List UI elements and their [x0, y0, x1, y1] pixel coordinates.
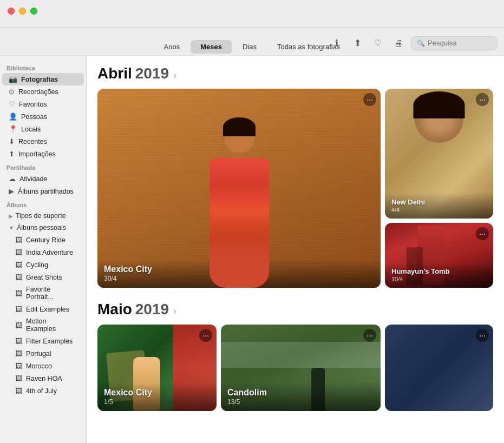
sidebar-item-edit-examples[interactable]: 🖼 Edit Examples	[2, 303, 84, 315]
chevron-right-icon: ▶	[9, 213, 13, 219]
sidebar-item-4th-of-july[interactable]: 🖼 4th of July	[2, 385, 84, 397]
recent-icon: ⬇	[9, 137, 15, 146]
sidebar-item-cycling[interactable]: 🖼 Cycling	[2, 259, 84, 271]
search-input[interactable]	[428, 39, 492, 47]
photo-overlay-candolim: Candolim 13/5	[221, 382, 381, 411]
sidebar-item-label: Recentes	[18, 138, 47, 146]
activity-icon: ☁	[9, 175, 16, 183]
section-arrow: ›	[173, 70, 176, 81]
favorite-button[interactable]: ♡	[370, 36, 386, 51]
section-header-abril: Abril 2019 ›	[97, 65, 493, 82]
sidebar-item-recentes[interactable]: ⬇ Recentes	[2, 135, 84, 148]
album-icon: 🖼	[15, 273, 22, 281]
sidebar-item-albuns-partilhados[interactable]: ▶ Álbuns partilhados	[2, 185, 84, 197]
share-button[interactable]: ⬆	[349, 36, 365, 51]
import-icon: ⬆	[9, 150, 15, 158]
photo-card-mexico-city-april[interactable]: Mexico City 30/4 ···	[97, 89, 381, 288]
sidebar-item-label: Favorite Portrait...	[26, 286, 77, 301]
maximize-button[interactable]	[30, 8, 37, 15]
sidebar-item-motion-examples[interactable]: 🖼 Motion Examples	[2, 315, 84, 335]
more-button-new-delhi[interactable]: ···	[476, 93, 489, 106]
sidebar-item-locais[interactable]: 📍 Locais	[2, 123, 84, 135]
photo-card-mexico-city-maio[interactable]: Mexico City 1/5 ···	[97, 325, 217, 411]
sidebar-item-filter-examples[interactable]: 🖼 Filter Examples	[2, 335, 84, 347]
more-button-humayun[interactable]: ···	[476, 227, 489, 240]
section-month-label: Abril	[97, 65, 132, 82]
photo-card-date: 13/5	[227, 398, 374, 406]
photo-card-title: New Delhi	[391, 198, 487, 206]
more-button-mexico-city[interactable]: ···	[363, 93, 376, 106]
photo-card-date: 10/4	[391, 276, 487, 282]
sidebar-item-label: Edit Examples	[26, 306, 69, 313]
album-icon: 🖼	[15, 349, 22, 358]
sidebar-item-india-adventure[interactable]: 🖼 India Adventure	[2, 246, 84, 259]
sidebar-group-pessoais[interactable]: ▼ Álbuns pessoais	[2, 222, 84, 234]
sidebar-item-label: Century Ride	[26, 236, 66, 244]
album-icon: 🖼	[15, 337, 22, 345]
minimize-button[interactable]	[19, 8, 26, 15]
sidebar-item-label: Fotografias	[21, 76, 58, 83]
sidebar-item-label: Morocco	[26, 362, 52, 370]
content-area: Abril 2019 ›	[87, 56, 504, 443]
shared-section-label: Partilhada	[0, 160, 86, 173]
section-arrow: ›	[173, 306, 176, 317]
photo-card-title: Candolim	[227, 388, 374, 398]
album-icon: 🖼	[15, 248, 22, 256]
album-icon: 🖼	[15, 387, 22, 395]
search-box[interactable]: 🔍	[411, 36, 498, 50]
sidebar-item-label: Álbuns partilhados	[18, 188, 74, 195]
toolbar-tabs: Anos Meses Dias Todas as fotografias	[154, 40, 350, 54]
photo-card-new-delhi[interactable]: New Delhi 4/4 ···	[385, 89, 493, 219]
main: Biblioteca 📷 Fotografias ⊙ Recordações ♡…	[0, 56, 504, 443]
sidebar-item-favorite-portraits[interactable]: 🖼 Favorite Portrait...	[2, 283, 84, 303]
album-icon: 🖼	[15, 374, 22, 382]
tab-dias[interactable]: Dias	[233, 40, 266, 54]
section-header-maio: Maio 2019 ›	[97, 301, 493, 318]
memories-icon: ⊙	[9, 88, 15, 96]
sidebar-item-label: Favoritos	[19, 101, 47, 108]
sidebar-item-fotografias[interactable]: 📷 Fotografias	[2, 73, 84, 85]
toolbar-right: ℹ ⬆ ♡ 🖨 🔍	[329, 36, 498, 51]
sidebar-item-label: Pessoas	[21, 113, 47, 121]
sidebar-group-label-text: Tipos de suporte	[16, 212, 66, 220]
album-icon: 🖼	[15, 289, 22, 297]
section-year-label: 2019	[135, 301, 169, 318]
shared-albums-icon: ▶	[9, 187, 14, 195]
sidebar-item-recordacoes[interactable]: ⊙ Recordações	[2, 85, 84, 98]
photo-overlay-mexico-city-maio: Mexico City 1/5	[97, 382, 217, 411]
sidebar-item-label: Portugal	[26, 350, 51, 358]
photo-card-candolim[interactable]: Candolim 13/5 ···	[221, 325, 381, 411]
more-button-mexico-city-maio[interactable]: ···	[199, 329, 212, 342]
people-icon: 👤	[9, 113, 17, 121]
sidebar-item-portugal[interactable]: 🖼 Portugal	[2, 347, 84, 360]
sidebar-item-atividade[interactable]: ☁ Atividade	[2, 173, 84, 185]
more-button-maio-third[interactable]: ···	[476, 329, 489, 342]
photos-icon: 📷	[9, 75, 17, 83]
albums-section-label: Álbuns	[0, 197, 86, 210]
section-year-label: 2019	[135, 65, 169, 82]
sidebar-group-tipos[interactable]: ▶ Tipos de suporte	[2, 210, 84, 222]
photo-grid-maio: Mexico City 1/5 ··· Candolim 13/5	[97, 325, 493, 411]
more-button-candolim[interactable]: ···	[363, 329, 376, 342]
photo-card-humayun-tomb[interactable]: Humayun's Tomb 10/4 ···	[385, 223, 493, 288]
close-button[interactable]	[8, 8, 15, 15]
sidebar-item-label: Cycling	[26, 261, 48, 269]
sidebar-item-pessoas[interactable]: 👤 Pessoas	[2, 110, 84, 123]
sidebar-item-century-ride[interactable]: 🖼 Century Ride	[2, 234, 84, 246]
print-button[interactable]: 🖨	[390, 36, 407, 51]
sidebar-item-label: Motion Examples	[26, 318, 77, 333]
album-icon: 🖼	[15, 321, 22, 329]
tab-todas[interactable]: Todas as fotografias	[267, 40, 350, 54]
sidebar-item-favoritos[interactable]: ♡ Favoritos	[2, 98, 84, 110]
tab-meses[interactable]: Meses	[191, 40, 232, 54]
photo-card-maio-third[interactable]: ···	[385, 325, 493, 411]
album-icon: 🖼	[15, 261, 22, 269]
tab-anos[interactable]: Anos	[154, 40, 190, 54]
sidebar-item-label: Locais	[21, 125, 41, 133]
library-section-label: Biblioteca	[0, 61, 86, 73]
sidebar-item-raven-hoa[interactable]: 🖼 Raven HOA	[2, 372, 84, 385]
sidebar-item-great-shots[interactable]: 🖼 Great Shots	[2, 271, 84, 283]
photo-card-title: Humayun's Tomb	[391, 267, 487, 275]
sidebar-item-importacoes[interactable]: ⬆ Importações	[2, 148, 84, 160]
sidebar-item-morocco[interactable]: 🖼 Morocco	[2, 360, 84, 372]
